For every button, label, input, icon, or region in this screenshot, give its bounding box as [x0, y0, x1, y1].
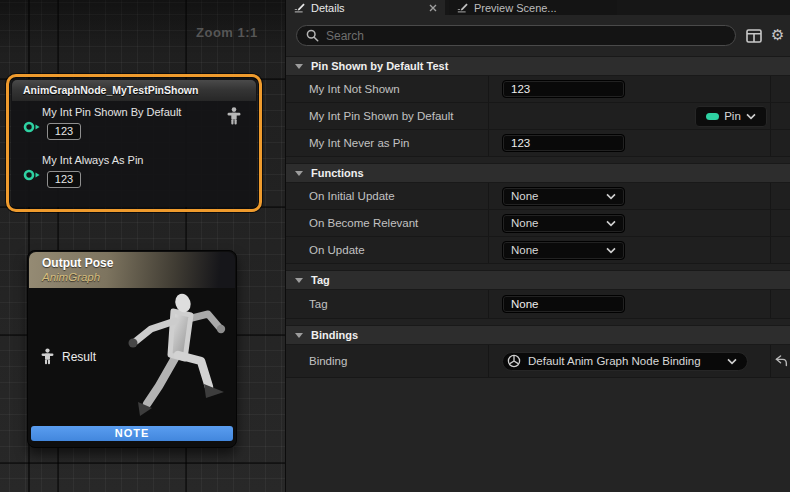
row-on-initial-update: On Initial Update None	[286, 183, 790, 210]
property-label: My Int Pin Shown by Default	[286, 103, 489, 129]
display-grid-icon[interactable]	[746, 29, 762, 43]
dropdown-value: None	[511, 217, 539, 229]
details-empty-area	[286, 378, 790, 492]
row-binding: Binding Default Anim Graph Node Binding	[286, 345, 790, 378]
collapse-arrow-icon	[295, 278, 303, 283]
result-pin-label: Result	[62, 350, 96, 364]
category-functions[interactable]: Functions	[286, 163, 790, 183]
search-row: ⚙	[286, 15, 790, 56]
pin-mode-dropdown[interactable]: Pin	[695, 106, 767, 127]
row-my-int-not-shown: My Int Not Shown	[286, 76, 790, 103]
tab-preview-scene-label: Preview Scene...	[474, 2, 557, 14]
row-my-int-pin-shown-by-default: My Int Pin Shown by Default Pin	[286, 103, 790, 130]
on-update-dropdown[interactable]: None	[502, 241, 625, 260]
tab-details[interactable]: Details	[286, 0, 445, 15]
category-tag[interactable]: Tag	[286, 270, 790, 290]
tab-close-icon[interactable]	[429, 4, 437, 12]
pin-label: My Int Always As Pin	[42, 154, 143, 166]
node-body: AnimGraphNode_MyTestPinShown My Int Pin …	[11, 79, 257, 207]
pose-body-icon	[41, 348, 54, 365]
binding-sphere-icon	[507, 354, 521, 368]
binding-dropdown[interactable]: Default Anim Graph Node Binding	[502, 352, 748, 371]
category-title: Functions	[311, 167, 364, 179]
property-label: My Int Not Shown	[286, 76, 489, 102]
search-icon	[306, 29, 319, 42]
output-pose-subtitle: AnimGraph	[42, 271, 100, 283]
row-on-update: On Update None	[286, 237, 790, 264]
my-int-not-shown-input[interactable]	[502, 80, 625, 98]
on-become-relevant-dropdown[interactable]: None	[502, 214, 625, 233]
tag-input[interactable]	[502, 295, 625, 313]
property-label: Tag	[286, 290, 489, 318]
node-output-pose[interactable]: Output Pose AnimGraph	[27, 250, 237, 448]
property-label: On Become Relevant	[286, 210, 489, 236]
output-pose-title: Output Pose	[42, 256, 113, 270]
node-title: AnimGraphNode_MyTestPinShown	[12, 80, 256, 101]
search-input[interactable]	[326, 29, 726, 43]
running-mannequin-image	[93, 289, 238, 424]
reset-to-default-icon[interactable]	[774, 355, 788, 367]
collapse-arrow-icon	[295, 333, 303, 338]
dropdown-value: None	[511, 244, 539, 256]
pin-value-input[interactable]: 123	[47, 171, 81, 188]
category-bindings[interactable]: Bindings	[286, 325, 790, 345]
pin-value-input[interactable]: 123	[47, 123, 81, 140]
pose-body-icon[interactable]	[227, 107, 241, 125]
collapse-arrow-icon	[295, 171, 303, 176]
row-on-become-relevant: On Become Relevant None	[286, 210, 790, 237]
search-box[interactable]	[296, 25, 736, 46]
on-initial-update-dropdown[interactable]: None	[502, 187, 625, 206]
category-title: Pin Shown by Default Test	[311, 60, 448, 72]
pin-capsule-icon	[706, 113, 719, 120]
panel-icons: ⚙	[746, 28, 784, 43]
tab-details-label: Details	[311, 2, 345, 14]
row-my-int-never-as-pin: My Int Never as Pin	[286, 130, 790, 157]
chevron-down-icon	[727, 358, 737, 365]
my-int-never-as-pin-input[interactable]	[502, 134, 625, 152]
dropdown-value: None	[511, 190, 539, 202]
anim-blueprint-editor: Zoom 1:1 AnimGraphNode_MyTestPinShown My…	[0, 0, 790, 492]
int-pin-icon[interactable]	[23, 169, 40, 181]
tab-bar: Details Preview Scene...	[286, 0, 790, 15]
preview-scene-pen-icon	[457, 2, 468, 13]
details-pen-icon	[294, 2, 305, 13]
property-label: On Update	[286, 237, 489, 263]
chevron-down-icon	[606, 193, 616, 200]
int-pin-icon[interactable]	[23, 121, 40, 133]
chevron-down-icon	[746, 113, 756, 120]
pin-label: My Int Pin Shown By Default	[42, 106, 181, 118]
result-pin[interactable]: Result	[41, 348, 96, 365]
tab-preview-scene[interactable]: Preview Scene...	[449, 0, 617, 15]
chevron-down-icon	[606, 220, 616, 227]
category-pin-shown-by-default-test[interactable]: Pin Shown by Default Test	[286, 56, 790, 76]
chevron-down-icon	[606, 247, 616, 254]
note-bar[interactable]: NOTE	[31, 426, 233, 441]
collapse-arrow-icon	[295, 64, 303, 69]
property-label: My Int Never as Pin	[286, 130, 489, 156]
property-label: Binding	[286, 345, 489, 377]
binding-value: Default Anim Graph Node Binding	[528, 355, 701, 367]
category-title: Bindings	[311, 329, 358, 341]
category-title: Tag	[311, 274, 330, 286]
details-panel: Details Preview Scene...	[285, 0, 790, 492]
row-tag: Tag	[286, 290, 790, 319]
anim-graph-canvas[interactable]: Zoom 1:1 AnimGraphNode_MyTestPinShown My…	[0, 0, 285, 492]
zoom-level-indicator: Zoom 1:1	[196, 25, 276, 40]
property-label: On Initial Update	[286, 183, 489, 209]
settings-gear-icon[interactable]: ⚙	[771, 28, 784, 43]
pin-mode-value: Pin	[724, 110, 741, 122]
node-animgraphnode-mytestpinshown[interactable]: AnimGraphNode_MyTestPinShown My Int Pin …	[6, 74, 262, 212]
output-pose-header: Output Pose AnimGraph	[29, 252, 235, 288]
